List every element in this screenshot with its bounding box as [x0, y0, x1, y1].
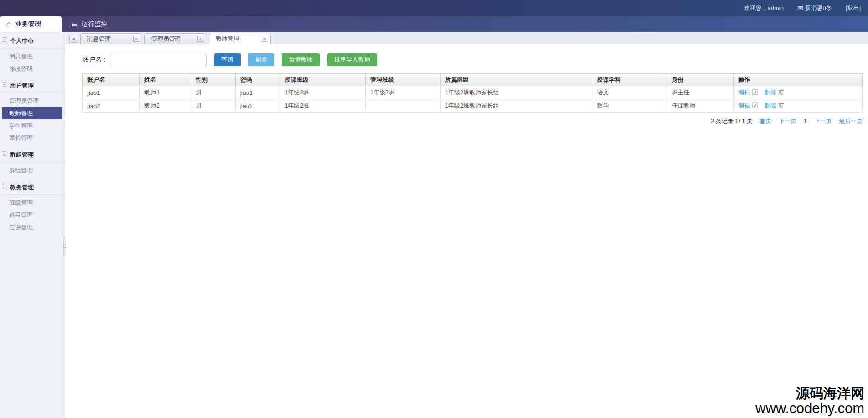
edit-link[interactable]: 编辑: [738, 102, 750, 109]
sidebar-item-subject-mgmt[interactable]: 科目管理: [0, 209, 65, 221]
sidebar-item-student-mgmt[interactable]: 学生管理: [0, 119, 65, 132]
tab-message-mgmt[interactable]: 消息管理 ✕: [80, 33, 142, 44]
delete-trash-icon[interactable]: [778, 90, 784, 97]
watermark: 源码海洋网 www.codehy.com: [755, 386, 864, 416]
col-account: 账户名: [83, 74, 140, 86]
cell-managed-class: [365, 99, 440, 113]
col-name: 姓名: [139, 74, 191, 86]
nav-tab-monitor[interactable]: ▤ 运行监控: [72, 16, 107, 32]
watermark-url: www.codehy.com: [755, 401, 864, 416]
sidebar-item-admin-mgmt[interactable]: 管理员管理: [0, 95, 65, 107]
collapse-icon[interactable]: −: [2, 37, 6, 42]
home-icon: ⌂: [6, 20, 11, 28]
last-page-link[interactable]: 最后一页: [839, 118, 863, 124]
messages-label: 新消息0条: [805, 4, 832, 12]
tab-scroll-left-button[interactable]: ◀: [69, 35, 77, 43]
current-page: 1: [804, 118, 807, 124]
cell-group: 1年级2班教师家长组: [440, 86, 592, 99]
pagination: 2 条记录 1/ 1 页 首页 下一页 1 下一页 最后一页: [82, 117, 863, 125]
close-icon[interactable]: ✕: [197, 36, 203, 42]
edit-link[interactable]: 编辑: [738, 89, 750, 96]
nav-bar: ⌂ 业务管理 ▤ 运行监控: [0, 16, 868, 32]
cell-group: 1年级2班教师家长组: [440, 99, 592, 113]
sidebar-item-course-mgmt[interactable]: 任课管理: [0, 221, 65, 233]
sidebar-group-label: 教务管理: [10, 184, 34, 191]
sidebar-group-academic[interactable]: − 教务管理: [1, 179, 64, 195]
col-managed-class: 管理班级: [365, 74, 440, 86]
cell-gender: 男: [191, 86, 235, 99]
logout-link[interactable]: [退出]: [846, 4, 861, 12]
cell-subject: 数学: [592, 99, 667, 113]
cell-name: 教师2: [139, 99, 191, 113]
watermark-title: 源码海洋网: [755, 386, 864, 401]
top-bar: 欢迎您，admin ✉ 新消息0条 [退出]: [0, 0, 868, 16]
sidebar-group-groups[interactable]: − 群组管理: [1, 147, 64, 162]
collapse-icon[interactable]: −: [2, 151, 6, 156]
search-toolbar: 账户名： 查询 刷新 新增教师 批星导入教师: [82, 53, 863, 66]
sidebar: − 个人中心 消息管理 修改密码 − 用户管理 管理员管理 教师管理 学生管理 …: [0, 32, 65, 418]
query-button[interactable]: 查询: [214, 53, 241, 66]
refresh-button[interactable]: 刷新: [248, 53, 274, 66]
next-page-link[interactable]: 下一页: [814, 118, 832, 124]
collapse-icon[interactable]: −: [2, 184, 6, 188]
account-label: 账户名：: [82, 56, 108, 64]
record-summary: 2 条记录 1/ 1 页: [711, 118, 753, 124]
cell-password: jiao2: [235, 99, 280, 113]
cell-actions: 编辑删除: [734, 99, 863, 113]
sidebar-item-class-mgmt[interactable]: 班级管理: [0, 196, 65, 209]
tab-label: 教师管理: [216, 35, 239, 43]
sidebar-item-parent-mgmt[interactable]: 家长管理: [0, 132, 65, 144]
col-password: 密码: [235, 74, 280, 86]
batch-import-button[interactable]: 批星导入教师: [327, 53, 377, 66]
first-page-link[interactable]: 首页: [760, 118, 771, 124]
tab-label: 消息管理: [87, 35, 111, 43]
cell-role: 任课教师: [667, 99, 734, 113]
cell-teaching-class: 1年级2班: [280, 99, 365, 113]
col-subject: 授课学科: [592, 74, 667, 86]
sidebar-group-personal[interactable]: − 个人中心: [1, 33, 64, 48]
add-teacher-button[interactable]: 新增教师: [282, 53, 320, 66]
table-row: jiao1 教师1 男 jiao1 1年级2班 1年级2班 1年级2班教师家长组…: [83, 86, 863, 99]
cell-account: jiao1: [83, 86, 140, 99]
edit-pencil-icon[interactable]: [752, 90, 758, 97]
cell-teaching-class: 1年级2班: [280, 86, 365, 99]
scroll-left-icon: ◀: [72, 37, 75, 41]
sidebar-group-users[interactable]: − 用户管理: [1, 77, 64, 93]
sidebar-item-messages[interactable]: 消息管理: [0, 50, 65, 62]
close-icon[interactable]: ✕: [133, 36, 139, 42]
sidebar-item-change-password[interactable]: 修改密码: [0, 62, 65, 75]
messages-link[interactable]: ✉ 新消息0条: [797, 4, 832, 12]
col-actions: 操作: [734, 74, 863, 86]
monitor-icon: ▤: [72, 20, 78, 28]
edit-pencil-icon[interactable]: [752, 103, 758, 110]
cell-gender: 男: [191, 99, 235, 113]
close-icon[interactable]: ✕: [262, 36, 267, 42]
table-row: jiao2 教师2 男 jiao2 1年级2班 1年级2班教师家长组 数学 任课…: [83, 99, 863, 113]
nav-tab-business-label: 业务管理: [15, 20, 41, 28]
tab-label: 管理员管理: [151, 35, 181, 43]
welcome-text: 欢迎您，admin: [744, 4, 784, 12]
cell-managed-class: 1年级2班: [365, 86, 440, 99]
cell-role: 班主任: [667, 86, 734, 99]
cell-name: 教师1: [139, 86, 191, 99]
collapse-icon[interactable]: −: [2, 82, 6, 87]
sidebar-item-teacher-mgmt[interactable]: 教师管理: [2, 107, 62, 119]
cell-subject: 语文: [592, 86, 667, 99]
sidebar-item-group-mgmt[interactable]: 群组管理: [0, 164, 65, 176]
tab-teacher-mgmt[interactable]: 教师管理 ✕: [209, 33, 271, 44]
envelope-icon: ✉: [797, 4, 803, 12]
delete-link[interactable]: 删除: [765, 102, 776, 109]
col-gender: 性别: [191, 74, 235, 86]
tab-admin-mgmt[interactable]: 管理员管理 ✕: [144, 33, 206, 44]
nav-tab-business[interactable]: ⌂ 业务管理: [0, 16, 62, 32]
sidebar-group-label: 用户管理: [10, 82, 34, 89]
sidebar-group-label: 个人中心: [10, 37, 34, 44]
tab-strip: ◀ 消息管理 ✕ 管理员管理 ✕ 教师管理 ✕: [66, 32, 868, 44]
prev-page-link[interactable]: 下一页: [779, 118, 796, 124]
account-input[interactable]: [110, 54, 207, 66]
delete-trash-icon[interactable]: [778, 103, 784, 110]
cell-password: jiao1: [235, 86, 280, 99]
main-area: ◀ 消息管理 ✕ 管理员管理 ✕ 教师管理 ✕ 账户名： 查询 刷新 新增教师 …: [66, 32, 868, 418]
cell-actions: 编辑删除: [734, 86, 863, 99]
delete-link[interactable]: 删除: [765, 89, 776, 96]
